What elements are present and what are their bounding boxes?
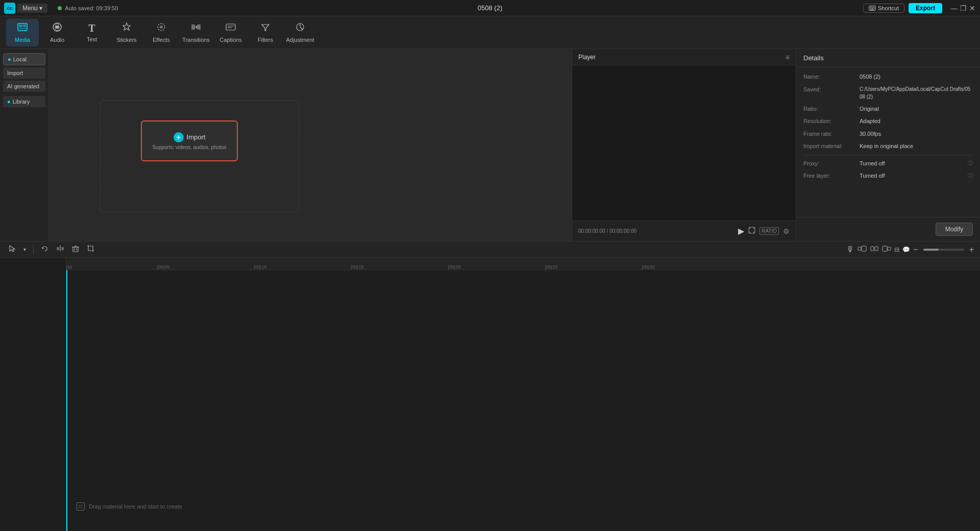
library-label: Library (13, 99, 30, 105)
text-icon: T (88, 22, 95, 34)
toolbar-adjustment[interactable]: Adjustment (284, 19, 316, 46)
timeline-content: 00:00 |00:05 |00:10 |00:15 |00:20 |00:25… (0, 258, 980, 531)
undo-button[interactable] (39, 244, 51, 256)
restore-button[interactable]: ❐ (960, 5, 967, 12)
zoom-slider-thumb[interactable] (923, 249, 939, 251)
settings-icon[interactable]: ⚙ (783, 227, 790, 235)
media-content-area: + Import Supports: videos, audios, photo… (49, 49, 572, 241)
transitions-icon (191, 22, 201, 35)
shortcut-label: Shortcut (878, 5, 899, 11)
ruler-tick-10 (260, 266, 261, 270)
details-panel: Details Name: 0508 (2) Saved: C:/Users/M… (796, 49, 980, 241)
tl-fit[interactable] (870, 245, 879, 254)
left-sidebar: ● Local Import AI generated ● Library (0, 49, 49, 241)
player-viewport (572, 65, 796, 221)
import-button[interactable]: Import (3, 67, 45, 79)
ratio-icon[interactable]: RATIO (760, 227, 779, 235)
tl-divider-1 (33, 245, 34, 254)
svg-rect-8 (871, 8, 873, 9)
select-dropdown[interactable]: ▾ (21, 246, 28, 253)
mic-button[interactable]: 🎙 (846, 245, 854, 254)
toolbar-effects[interactable]: Effects (145, 19, 178, 46)
drag-hint-text: Drag material here and start to create (89, 503, 182, 510)
close-button[interactable]: ✕ (969, 5, 976, 12)
library-dot: ● (7, 99, 11, 105)
svg-rect-36 (883, 246, 887, 251)
timeline-section: ▾ (0, 241, 980, 531)
toolbar-audio[interactable]: Audio (41, 19, 74, 46)
select-tool[interactable] (6, 244, 18, 256)
minimize-button[interactable]: — (950, 5, 958, 12)
timeline-left-gutter (0, 258, 66, 531)
import-label: Import (7, 70, 23, 76)
local-button[interactable]: ● Local (3, 53, 45, 65)
import-box-label: Import (187, 133, 206, 141)
player-area: Player ≡ 00:00:00:00 / 00:00:00:00 ▶ RAT… (572, 49, 796, 241)
toolbar-text[interactable]: T Text (76, 19, 108, 46)
audio-label: Audio (50, 37, 64, 43)
export-button[interactable]: Export (909, 3, 942, 13)
svg-point-16 (56, 26, 59, 29)
crop-button[interactable] (85, 244, 97, 256)
svg-rect-29 (73, 247, 78, 252)
detail-row-import-material: Import material: Keep in original place (803, 142, 973, 151)
name-value: 0508 (2) (860, 73, 973, 81)
tl-plus[interactable]: + (969, 245, 974, 254)
autosave-indicator: Auto saved: 09:39:50 (58, 5, 118, 11)
ai-generated-button[interactable]: AI generated (3, 81, 45, 92)
keyboard-icon (869, 6, 876, 11)
window-controls: — ❐ ✕ (950, 5, 976, 12)
ruler-tick-25 (551, 266, 552, 270)
tl-zoom-in[interactable] (882, 245, 891, 254)
svg-rect-12 (19, 25, 22, 27)
svg-rect-33 (862, 246, 866, 251)
shortcut-button[interactable]: Shortcut (863, 4, 904, 13)
svg-rect-21 (226, 24, 235, 30)
tl-minus[interactable]: − (913, 245, 918, 254)
filters-label: Filters (258, 37, 273, 43)
toolbar-media[interactable]: Media (6, 19, 39, 46)
svg-rect-7 (870, 8, 871, 9)
play-button[interactable]: ▶ (738, 226, 744, 236)
menu-button[interactable]: Menu ▾ (17, 4, 47, 13)
toolbar-filters[interactable]: Filters (249, 19, 282, 46)
drag-hint-icon: ⊡ (77, 502, 85, 511)
timeline-ruler: 00:00 |00:05 |00:10 |00:15 |00:20 |00:25… (66, 258, 980, 270)
tl-split-view[interactable]: ⊟ (894, 246, 899, 253)
framerate-value: 30.00fps (860, 130, 973, 138)
main-area: ● Local Import AI generated ● Library + … (0, 49, 980, 241)
autosave-dot (58, 6, 62, 10)
svg-rect-6 (874, 7, 875, 8)
captions-label: Captions (219, 37, 241, 43)
autosave-text: Auto saved: 09:39:50 (65, 5, 118, 11)
import-drop-box[interactable]: + Import Supports: videos, audios, photo… (141, 120, 238, 161)
delete-button[interactable] (69, 244, 82, 256)
modify-button[interactable]: Modify (936, 223, 973, 236)
detail-row-framerate: Frame rate: 30.00fps (803, 130, 973, 138)
free-layer-info-icon[interactable]: ⓘ (968, 172, 973, 180)
ai-label: AI generated (7, 83, 39, 89)
free-layer-value: Turned off (860, 172, 966, 180)
project-title: 0508 (2) (478, 4, 502, 12)
playhead[interactable] (66, 270, 67, 531)
saved-label: Saved: (803, 85, 860, 101)
detail-row-free-layer: Free layer: Turned off ⓘ (803, 172, 973, 180)
ruler-tick-20 (454, 266, 455, 270)
timeline-main: 00:00 |00:05 |00:10 |00:15 |00:20 |00:25… (66, 258, 980, 531)
modify-btn-area: Modify (796, 217, 980, 241)
svg-rect-35 (875, 247, 878, 251)
tl-zoom-out[interactable] (857, 245, 867, 254)
toolbar-captions[interactable]: Captions (214, 19, 247, 46)
toolbar-transitions[interactable]: Transitions (180, 19, 212, 46)
ruler-tick-0 (66, 266, 67, 270)
svg-rect-34 (871, 247, 874, 251)
tl-comment[interactable]: 💬 (902, 246, 910, 253)
top-bar: CC Menu ▾ Auto saved: 09:39:50 0508 (2) … (0, 0, 980, 16)
library-button[interactable]: ● Library (3, 96, 45, 107)
player-menu-icon[interactable]: ≡ (786, 53, 790, 61)
split-button[interactable] (54, 244, 66, 256)
fullscreen-icon[interactable] (748, 227, 755, 235)
saved-value: C:/Users/MyPC/AppData/Local/CapCut Draft… (860, 85, 973, 101)
proxy-info-icon[interactable]: ⓘ (968, 159, 973, 168)
toolbar-stickers[interactable]: Stickers (110, 19, 143, 46)
